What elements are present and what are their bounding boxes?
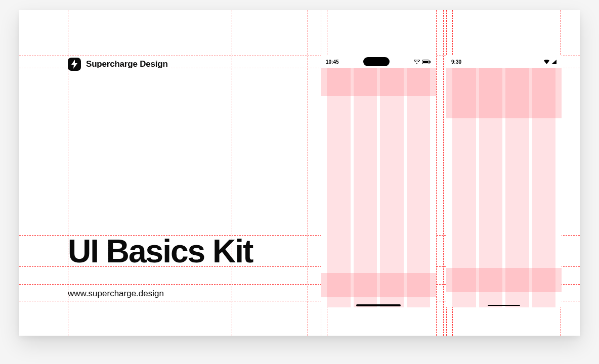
brand-lockup: Supercharge Design: [68, 58, 168, 71]
phone-mock-ios: 10:45: [321, 56, 436, 307]
grid-column: [532, 68, 556, 307]
svg-rect-2: [430, 61, 431, 63]
phone-mock-android: 9:30: [446, 56, 562, 307]
dynamic-island-icon: [363, 57, 390, 66]
layout-guide-v: [443, 10, 444, 336]
status-time: 9:30: [451, 59, 461, 65]
brand-name: Supercharge Design: [86, 59, 168, 69]
column-grid: [327, 68, 430, 307]
status-bar-ios: 10:45: [321, 56, 436, 68]
wifi-icon: [414, 60, 420, 64]
layout-guide-v: [308, 10, 308, 336]
design-canvas: Supercharge Design UI Basics Kit www.sup…: [19, 10, 580, 336]
wifi-icon: [544, 60, 549, 64]
status-time: 10:45: [326, 59, 339, 65]
home-indicator-icon: [356, 304, 401, 306]
grid-column: [479, 68, 503, 307]
grid-column: [380, 68, 404, 307]
hero-title: UI Basics Kit: [68, 233, 252, 270]
column-grid: [452, 68, 555, 307]
grid-column: [505, 68, 529, 307]
layout-guide-v: [232, 10, 232, 336]
brand-logo-icon: [68, 58, 81, 71]
signal-icon: [551, 60, 557, 64]
grid-column: [452, 68, 476, 307]
grid-column: [327, 68, 351, 307]
home-indicator-icon: [488, 305, 520, 306]
battery-icon: [422, 60, 431, 64]
grid-column: [354, 68, 377, 307]
layout-guide-v: [436, 10, 437, 336]
brand-url: www.supercharge.design: [68, 289, 164, 299]
grid-column: [407, 68, 431, 307]
svg-rect-1: [423, 61, 429, 63]
status-bar-android: 9:30: [446, 56, 562, 68]
